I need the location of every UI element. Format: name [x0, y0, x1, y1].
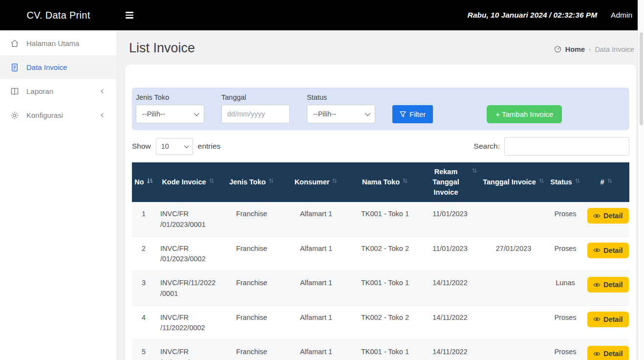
cell-jenis-toko: Franchise — [221, 236, 282, 271]
document-icon — [10, 63, 19, 72]
cell-nama-toko: TK001 - Toko 1 — [350, 271, 420, 306]
cell-status: Proses — [547, 202, 583, 236]
brand-logo[interactable]: CV. Data Print — [0, 10, 117, 21]
breadcrumb-separator: › — [589, 45, 591, 53]
show-label: Show — [132, 142, 151, 151]
scrollbar-track[interactable] — [638, 0, 644, 360]
cell-konsumer: Alfamart 1 — [282, 271, 350, 306]
column-header-konsumer[interactable]: Konsumer — [282, 162, 350, 202]
cell-nama-toko: TK001 - Toko 1 — [350, 340, 420, 360]
column-header-rekam-tanggal-invoice[interactable]: Rekam Tanggal Invoice — [420, 162, 480, 202]
jenis-toko-select[interactable]: --Pilih-- — [136, 105, 204, 123]
cell-no: 3 — [132, 271, 155, 306]
chevron-down-icon — [365, 111, 370, 116]
cell-no: 4 — [132, 305, 155, 340]
cell-konsumer: Alfamart 1 — [282, 236, 350, 271]
column-header-jenis-toko[interactable]: Jenis Toko — [221, 162, 282, 202]
detail-button[interactable]: Detail — [587, 277, 629, 292]
sidebar: Halaman UtamaData InvoiceLaporanKonfigur… — [0, 30, 117, 360]
jenis-toko-field: Jenis Toko --Pilih-- — [136, 93, 204, 123]
cell-jenis-toko: Franchise — [221, 271, 282, 306]
jenis-toko-label: Jenis Toko — [136, 93, 204, 101]
cell-action: Detail — [583, 202, 629, 236]
cell-action: Detail — [583, 305, 629, 340]
column-header-no[interactable]: No — [132, 162, 155, 202]
status-select[interactable]: --Pilih-- — [307, 105, 375, 123]
eye-icon — [593, 316, 601, 322]
tambah-invoice-button[interactable]: + Tambah Invoice — [487, 105, 562, 123]
chevron-down-icon — [194, 111, 199, 116]
scrollbar-thumb[interactable] — [640, 32, 643, 125]
cell-konsumer: Alfamart 1 — [282, 340, 350, 360]
chevron-down-icon — [184, 143, 189, 148]
dashboard-icon — [554, 45, 561, 53]
sidebar-item-label: Halaman Utama — [26, 39, 79, 47]
cell-kode: INVC/FR /11/2022/0002 — [155, 305, 221, 340]
entries-label: entries — [198, 142, 221, 151]
cell-action: Detail — [583, 271, 629, 306]
cell-kode: INVC/FR/11/2022/0001 — [155, 271, 221, 306]
tanggal-input[interactable] — [221, 105, 290, 123]
sort-both-icon — [209, 178, 215, 184]
sort-asc-icon — [147, 178, 153, 184]
breadcrumb-home-link[interactable]: Home — [565, 45, 585, 53]
filter-button[interactable]: Filter — [392, 105, 433, 123]
detail-button-label: Detail — [603, 350, 623, 358]
sidebar-item-data-invoice[interactable]: Data Invoice — [0, 55, 116, 79]
cell-nama-toko: TK002 - Toko 2 — [350, 305, 420, 340]
cell-konsumer: Alfamart 1 — [282, 202, 350, 236]
sidebar-item-label: Laporan — [26, 87, 53, 95]
column-header-action[interactable]: # — [583, 162, 629, 202]
cell-tanggal-invoice — [480, 271, 547, 306]
detail-button-label: Detail — [603, 281, 623, 289]
status-label: Status — [307, 93, 375, 101]
page-title: List Invoice — [129, 41, 195, 56]
search-input[interactable] — [504, 137, 629, 156]
sidebar-item-label: Data Invoice — [26, 63, 67, 71]
menu-toggle-button[interactable] — [124, 10, 135, 21]
cell-rekam-tanggal: 14/11/2022 — [420, 305, 480, 340]
chevron-left-icon — [99, 88, 106, 94]
cell-jenis-toko: Franchise — [221, 340, 282, 360]
detail-button[interactable]: Detail — [587, 208, 629, 224]
filter-panel: Jenis Toko --Pilih-- Tanggal Status --Pi… — [132, 88, 629, 130]
table-row: 4INVC/FR /11/2022/0002FranchiseAlfamart … — [132, 305, 629, 340]
column-header-tanggal-invoice[interactable]: Tanggal Invoice — [480, 162, 547, 202]
detail-button[interactable]: Detail — [587, 312, 629, 327]
column-header-kode-invoice[interactable]: Kode Invoice — [155, 162, 221, 202]
main-content: List Invoice Home › Data Invoice Jenis T… — [117, 30, 644, 360]
detail-button-label: Detail — [603, 315, 623, 323]
cell-rekam-tanggal: 11/01/2023 — [420, 202, 480, 236]
user-menu[interactable]: Admin — [611, 11, 632, 20]
cell-tanggal-invoice — [480, 340, 547, 360]
column-header-status[interactable]: Status — [547, 162, 583, 202]
detail-button[interactable]: Detail — [587, 346, 629, 360]
cell-no: 5 — [132, 340, 155, 360]
column-header-nama-toko[interactable]: Nama Toko — [350, 162, 420, 202]
table-row: 3INVC/FR/11/2022/0001FranchiseAlfamart 1… — [132, 271, 629, 306]
sidebar-item-halaman-utama[interactable]: Halaman Utama — [0, 31, 116, 55]
sort-both-icon — [402, 178, 408, 184]
detail-button-label: Detail — [603, 247, 623, 254]
sidebar-item-laporan[interactable]: Laporan — [0, 79, 116, 103]
cell-status: Proses — [547, 340, 583, 360]
page-size-select[interactable]: 10 — [156, 138, 193, 155]
page-header: List Invoice Home › Data Invoice — [117, 30, 644, 56]
search-area: Search: — [474, 137, 629, 156]
detail-button[interactable]: Detail — [587, 243, 629, 258]
chevron-left-icon — [99, 112, 106, 118]
gear-icon — [10, 111, 19, 120]
show-entries: Show 10 entries — [132, 138, 220, 155]
sort-both-icon — [332, 178, 338, 184]
sidebar-item-konfigurasi[interactable]: Konfigurasi — [0, 103, 116, 127]
navbar-right: Rabu, 10 Januari 2024 / 02:32:36 PM Admi… — [468, 11, 644, 20]
cell-nama-toko: TK002 - Toko 2 — [350, 236, 420, 271]
eye-icon — [593, 282, 601, 288]
jenis-toko-value: --Pilih-- — [142, 110, 165, 118]
book-icon — [10, 87, 19, 96]
cell-no: 2 — [132, 236, 155, 271]
cell-kode: INVC/FR /01/2023/0002 — [155, 236, 221, 271]
search-label: Search: — [474, 142, 500, 151]
cell-jenis-toko: Franchise — [221, 305, 282, 340]
cell-tanggal-invoice: 27/01/2023 — [480, 236, 547, 271]
